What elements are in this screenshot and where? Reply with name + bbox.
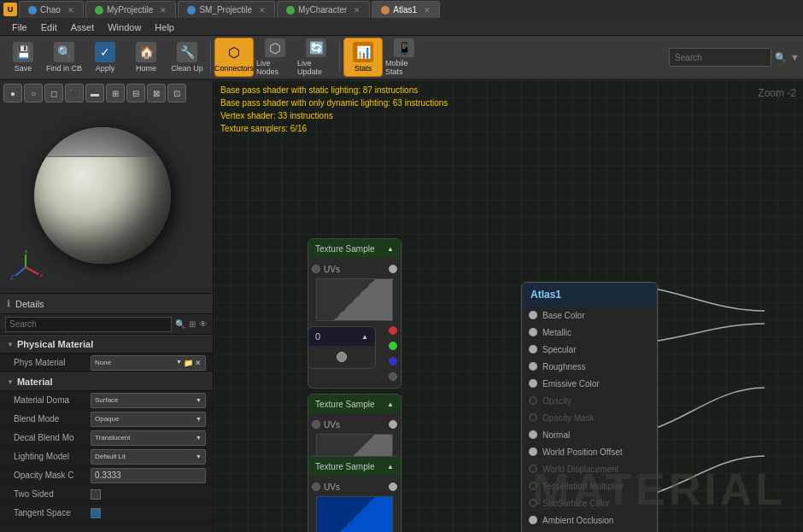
search-input[interactable] [669,48,771,67]
vt-sphere2[interactable]: ○ [24,84,43,102]
save-icon: 💾 [13,42,33,62]
decal-blend-arrow: ▼ [196,435,202,441]
two-sided-checkbox[interactable] [91,489,101,500]
material-section-header[interactable]: ▼ Material [0,372,213,391]
menu-asset[interactable]: Asset [64,19,102,36]
vt-grid1[interactable]: ⊞ [106,84,125,102]
tab-mycharacter[interactable]: MyCharacter ✕ [277,1,370,18]
canvas-area[interactable]: Base pass shader with static lighting: 8… [214,80,803,532]
live-update-button[interactable]: 🔄 Live Update [296,38,336,77]
vt-sphere1[interactable]: ● [3,84,22,102]
connectors-icon: ⬡ [224,42,244,62]
phys-mat-browse-icon[interactable]: 📁 [184,359,193,367]
vt-plane[interactable]: ◻ [44,84,63,102]
cleanup-icon: 🔧 [177,42,197,62]
output-white-2[interactable] [389,420,397,429]
mobile-stats-button[interactable]: 📱 Mobile Stats [384,38,424,77]
value-node-header: 0 ▲ [308,327,375,346]
specular-pin[interactable] [529,345,537,354]
vt-cyl[interactable]: ▬ [85,84,104,102]
world-pos-pin[interactable] [529,447,537,456]
connectors-button[interactable]: ⬡ Connectors [214,38,254,77]
emissive-pin[interactable] [529,379,537,388]
texture-sample-3-header: Texture Sample ▲ [308,457,401,476]
find-in-cb-button[interactable]: 🔍 Find in CB [44,38,84,77]
vt-grid3[interactable]: ⊠ [147,84,166,102]
blend-mode-dropdown[interactable]: Opaque ▼ [91,412,206,427]
save-button[interactable]: 💾 Save [3,38,43,77]
texture-expand-1[interactable]: ▲ [387,245,394,253]
menu-edit[interactable]: Edit [34,19,64,36]
output-white-1[interactable] [389,265,397,273]
opacity-pin[interactable] [529,396,537,405]
material-domain-arrow: ▼ [196,397,202,403]
world-disp-pin-row: World Displacement [522,460,657,477]
tab-close-mycharacter[interactable]: ✕ [354,6,360,15]
tab-close-sm[interactable]: ✕ [259,6,266,15]
apply-button[interactable]: ✓ Apply [85,38,125,77]
ao-pin[interactable] [529,516,537,524]
texture-expand-2[interactable]: ▲ [387,400,394,408]
world-disp-label: World Displacement [542,465,618,474]
vt-grid2[interactable]: ⊟ [126,84,145,102]
value-out-pin[interactable] [337,352,347,362]
tess-pin[interactable] [529,482,537,490]
tab-myprojectile[interactable]: MyProjectile ✕ [85,1,176,18]
world-disp-pin[interactable] [529,465,537,473]
tangent-space-label: Tangent Space [14,508,91,517]
cleanup-button[interactable]: 🔧 Clean Up [167,38,207,77]
live-nodes-button[interactable]: ⬡ Live Nodes [255,38,295,77]
pin-b1[interactable] [389,357,397,365]
value-node[interactable]: 0 ▲ [308,326,376,369]
tab-close-atlas1[interactable]: ✕ [424,6,431,15]
vt-grid4[interactable]: ⊡ [167,84,186,102]
material-domain-dropdown[interactable]: Surface ▼ [91,393,206,408]
subsurface-pin[interactable] [529,499,537,507]
blend-mode-label: Blend Mode [14,414,91,424]
normal-pin[interactable] [529,430,537,439]
tab-close-myprojectile[interactable]: ✕ [160,6,167,15]
metallic-pin-row: Metallic [522,324,657,341]
texture-sample-node-3[interactable]: Texture Sample ▲ UVs [308,456,402,532]
details-options[interactable]: 👁 [199,319,208,329]
tab-close-chao[interactable]: ✕ [67,6,74,15]
menu-file[interactable]: File [5,19,34,36]
pin-g1[interactable] [389,342,397,350]
menu-window[interactable]: Window [101,19,148,36]
search-options-icon[interactable]: ▼ [790,52,800,62]
viewport[interactable]: ● ○ ◻ ⬛ ▬ ⊞ ⊟ ⊠ ⊡ X Y [0,80,213,294]
tangent-space-checkbox[interactable] [91,508,101,518]
home-button[interactable]: 🏠 Home [126,38,166,77]
lighting-model-dropdown[interactable]: Default Lit ▼ [91,449,206,465]
phys-mat-clear-icon[interactable]: ✕ [195,359,202,367]
opacity-label: Opacity [542,396,571,406]
uvs-pin-2[interactable] [312,420,320,429]
uvs-pin-3[interactable] [312,482,320,491]
tab-atlas1[interactable]: Atlas1 ✕ [372,1,440,18]
pin-a1[interactable] [389,372,397,381]
uvs-pin-1[interactable] [312,265,320,273]
base-color-pin[interactable] [529,311,537,319]
pin-r1[interactable] [389,326,397,335]
texture-sample-2-title: Texture Sample [315,400,374,409]
decal-blend-dropdown[interactable]: Translucent ▼ [91,430,206,446]
menu-help[interactable]: Help [148,19,181,36]
texture-expand-3[interactable]: ▲ [387,463,394,471]
metallic-pin[interactable] [529,328,537,336]
physical-material-section-header[interactable]: ▼ Physical Material [0,335,213,354]
roughness-pin[interactable] [529,362,537,371]
details-view-toggle[interactable]: ⊞ [189,319,196,329]
details-search-input[interactable] [5,317,172,332]
opacity-mask-input[interactable] [91,468,206,483]
atlas1-main-node[interactable]: Atlas1 Base Color Metallic Specular Roug… [521,282,658,532]
tab-sm-projectile[interactable]: SM_Projectile ✕ [178,1,275,18]
opacity-mask-pin[interactable] [529,413,537,422]
output-white-3[interactable] [389,482,397,491]
value-expand[interactable]: ▲ [361,333,368,341]
vt-box[interactable]: ⬛ [65,84,84,102]
phys-material-dropdown[interactable]: None ▼ 📁 ✕ [91,355,206,371]
tab-chao[interactable]: Chao ✕ [19,1,84,18]
value-out-row [312,349,372,365]
material-domain-value: Surface ▼ [91,393,206,408]
stats-button[interactable]: 📊 Stats [343,38,383,77]
